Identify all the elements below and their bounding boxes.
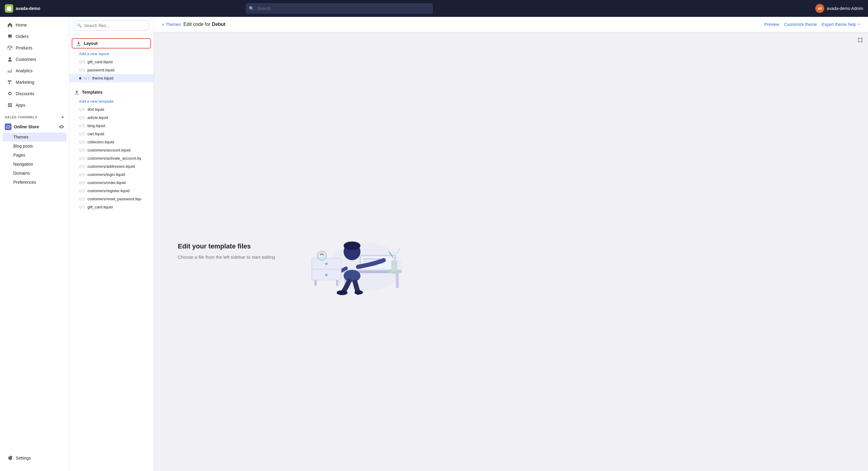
file-search-icon: 🔍	[77, 24, 82, 28]
svg-rect-24	[391, 260, 397, 272]
file-item-customers-addresses[interactable]: {/} customers/addresses.liquid	[69, 162, 153, 170]
file-item-customers-account[interactable]: {/} customers/account.liquid	[69, 146, 153, 154]
templates-section-title: Templates	[82, 90, 102, 95]
settings-icon	[7, 455, 13, 461]
file-item-404[interactable]: {/} 404.liquid	[69, 105, 153, 113]
sidebar-label-discounts: Discounts	[16, 91, 34, 96]
active-dot	[79, 77, 82, 79]
sidebar-sub-item-navigation[interactable]: Navigation	[0, 160, 69, 169]
sidebar-item-analytics[interactable]: Analytics	[2, 65, 67, 76]
file-item-article[interactable]: {/} article.liquid	[69, 113, 153, 122]
svg-point-14	[337, 290, 347, 295]
svg-rect-21	[314, 280, 317, 286]
sidebar-sub-item-blog-posts[interactable]: Blog posts	[0, 141, 69, 150]
svg-point-15	[354, 290, 363, 295]
marketing-icon	[7, 79, 13, 85]
user-menu[interactable]: aA avada-demo Admin	[815, 4, 863, 13]
file-item-theme-liquid[interactable]: {/} theme.liquid	[69, 74, 153, 82]
file-name-customers-order: customers/order.liquid	[87, 180, 126, 185]
file-item-collection[interactable]: {/} collection.liquid	[69, 138, 153, 146]
svg-point-11	[344, 270, 361, 282]
preview-link[interactable]: Preview	[764, 22, 779, 27]
file-item-customers-reset-password[interactable]: {/} customers/reset_password.liqu	[69, 195, 153, 203]
add-sales-channel-button[interactable]: +	[61, 114, 64, 120]
discounts-icon	[7, 91, 13, 96]
sidebar-item-apps[interactable]: Apps	[2, 99, 67, 111]
eye-icon	[59, 124, 64, 130]
sidebar-sub-item-pages[interactable]: Pages	[0, 150, 69, 160]
expert-theme-help-button[interactable]: Expert theme help	[822, 22, 861, 27]
liquid-icon: {/}	[79, 132, 85, 136]
breadcrumb: Themes Edit code for Debut	[161, 22, 225, 27]
layout-section-title: Layout	[84, 41, 98, 46]
file-name-customers-reset-password: customers/reset_password.liqu	[87, 197, 141, 201]
sidebar-label-home: Home	[16, 23, 27, 27]
file-name-collection: collection.liquid	[87, 140, 114, 144]
sidebar-label-apps: Apps	[16, 103, 25, 107]
left-sidebar: Home Orders Products Customers Analytics	[0, 17, 69, 471]
file-name-customers-account: customers/account.liquid	[87, 148, 130, 153]
file-item-blog[interactable]: {/} blog.liquid	[69, 122, 153, 130]
welcome-title: Edit your template files	[178, 242, 275, 250]
templates-download-icon	[74, 90, 80, 95]
sidebar-item-customers[interactable]: Customers	[2, 54, 67, 65]
svg-rect-22	[336, 280, 338, 286]
customize-theme-link[interactable]: Customize theme	[784, 22, 817, 27]
editor-area: Edit your template files Choose a file f…	[154, 32, 868, 471]
file-name-gift-card-template: gift_card.liquid	[87, 205, 113, 209]
file-name-cart: cart.liquid	[87, 132, 104, 136]
main-content: Themes Edit code for Debut Preview Custo…	[154, 17, 868, 471]
search-icon: 🔍	[249, 6, 254, 11]
sidebar-label-settings: Settings	[16, 456, 31, 461]
file-name-blog: blog.liquid	[87, 124, 105, 128]
file-item-customers-order[interactable]: {/} customers/order.liquid	[69, 178, 153, 187]
liquid-icon: {/}	[79, 164, 85, 168]
sidebar-item-marketing[interactable]: Marketing	[2, 76, 67, 88]
svg-point-13	[344, 241, 361, 250]
add-new-template-link[interactable]: Add a new template	[79, 99, 114, 104]
layout-section-header: Layout	[72, 38, 151, 48]
file-item-customers-activate[interactable]: {/} customers/activate_account.liq	[69, 154, 153, 162]
sidebar-item-settings[interactable]: Settings	[2, 452, 67, 464]
main-layout: Home Orders Products Customers Analytics	[0, 17, 868, 471]
file-item-cart[interactable]: {/} cart.liquid	[69, 130, 153, 138]
products-icon	[7, 45, 13, 51]
sidebar-item-products[interactable]: Products	[2, 42, 67, 54]
file-item-customers-register[interactable]: {/} customers/register.liquid	[69, 187, 153, 195]
online-store-icon	[5, 124, 11, 130]
sidebar-item-orders[interactable]: Orders	[2, 31, 67, 42]
sidebar-label-orders: Orders	[16, 34, 29, 39]
file-item-customers-login[interactable]: {/} customers/login.liquid	[69, 170, 153, 178]
liquid-icon: {/}	[79, 140, 85, 144]
sidebar-sub-item-domains[interactable]: Domains	[0, 169, 69, 178]
add-new-template-item[interactable]: Add a new template	[69, 97, 153, 105]
add-new-layout-link[interactable]: Add a new layout	[79, 52, 109, 56]
file-search-input[interactable]	[74, 21, 149, 31]
file-item-gift-card-template[interactable]: {/} gift_card.liquid	[69, 203, 153, 211]
liquid-icon: {/}	[79, 60, 85, 64]
back-to-themes-link[interactable]: Themes	[161, 22, 181, 27]
add-new-layout-item[interactable]: Add a new layout	[69, 50, 153, 58]
liquid-icon: {/}	[79, 107, 85, 111]
sidebar-label-products: Products	[16, 45, 32, 50]
liquid-icon: {/}	[79, 156, 85, 160]
file-item-gift-card-layout[interactable]: {/} gift_card.liquid	[69, 58, 153, 66]
file-name-customers-addresses: customers/addresses.liquid	[87, 164, 135, 169]
sidebar-item-home[interactable]: Home	[2, 19, 67, 31]
file-item-password[interactable]: {/} password.liquid	[69, 66, 153, 74]
illustration	[293, 207, 408, 297]
svg-rect-3	[396, 273, 399, 288]
welcome-subtitle: Choose a file from the left sidebar to s…	[178, 254, 275, 261]
file-name-password: password.liquid	[87, 68, 115, 72]
sidebar-sub-item-themes[interactable]: Themes	[2, 133, 67, 141]
content-header: Themes Edit code for Debut Preview Custo…	[154, 17, 868, 32]
sidebar-item-discounts[interactable]: Discounts	[2, 88, 67, 99]
apps-icon	[7, 102, 13, 108]
liquid-icon: {/}	[79, 205, 85, 209]
brand-logo[interactable]: avada-demo	[5, 4, 53, 13]
search-input[interactable]	[246, 3, 433, 13]
sidebar-sub-item-preferences[interactable]: Preferences	[0, 178, 69, 187]
file-name-404: 404.liquid	[87, 107, 104, 112]
sidebar-item-online-store[interactable]: Online Store	[0, 121, 69, 133]
expand-button[interactable]	[857, 37, 863, 44]
